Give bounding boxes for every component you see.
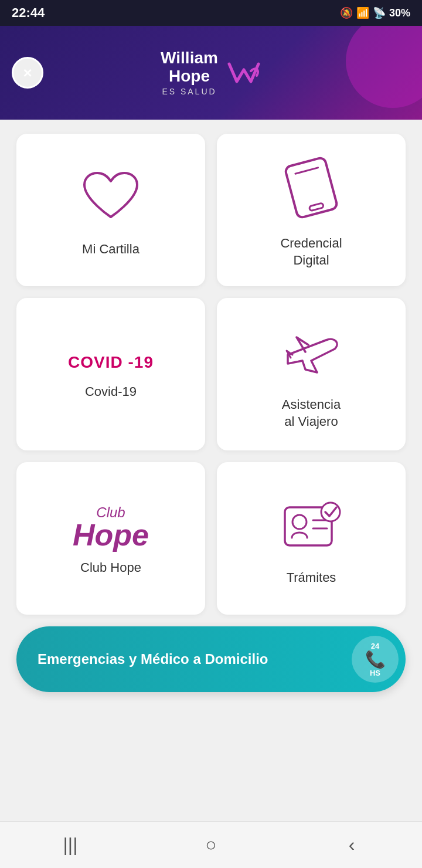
nav-back[interactable]: ‹	[334, 828, 369, 863]
phone-icon	[282, 155, 341, 222]
card-credencial-digital-label: CredencialDigital	[280, 235, 342, 269]
emergency-label: Emergencias y Médico a Domicilio	[38, 651, 268, 667]
nav-recent-apps[interactable]: |||	[53, 828, 88, 863]
status-icons: 🔕 📶 📡 30%	[340, 6, 410, 19]
svg-point-7	[321, 503, 340, 521]
card-mi-cartilla-label: Mi Cartilla	[82, 241, 139, 258]
svg-rect-0	[285, 157, 338, 219]
close-button[interactable]: ×	[12, 57, 43, 89]
card-asistencia-viajero[interactable]: Asistenciaal Viajero	[217, 298, 406, 450]
status-time: 22:44	[12, 5, 45, 21]
svg-rect-1	[309, 203, 324, 211]
header: × William Hope ES SALUD	[0, 26, 422, 120]
card-asistencia-viajero-label: Asistenciaal Viajero	[282, 396, 341, 430]
brand-logo: William Hope ES SALUD	[161, 49, 261, 96]
heart-icon	[79, 167, 143, 228]
svg-line-2	[295, 168, 318, 174]
wifi-icon: 📡	[373, 6, 386, 19]
club-hope-logo: Club Hope	[73, 506, 149, 550]
emergency-hours-unit: HS	[370, 669, 380, 677]
card-club-hope[interactable]: Club Hope Club Hope	[16, 462, 205, 615]
card-tramites-label: Trámites	[287, 569, 336, 586]
mute-icon: 🔕	[340, 6, 353, 19]
card-club-hope-label: Club Hope	[80, 560, 141, 577]
main-content: Mi Cartilla CredencialDigital COVID -19 …	[0, 120, 422, 706]
card-covid19-label: Covid-19	[85, 384, 137, 401]
emergency-hours: 24	[371, 642, 379, 650]
battery-text: 30%	[389, 7, 410, 19]
plane-icon	[276, 323, 346, 384]
card-tramites[interactable]: Trámites	[217, 462, 406, 615]
card-mi-cartilla[interactable]: Mi Cartilla	[16, 134, 205, 286]
header-decor	[346, 26, 422, 108]
brand-line2: Hope	[161, 67, 218, 86]
brand-text: William Hope ES SALUD	[161, 49, 218, 96]
status-bar: 22:44 🔕 📶 📡 30%	[0, 0, 422, 26]
emergency-button[interactable]: Emergencias y Médico a Domicilio 24 📞 HS	[16, 626, 406, 692]
brand-sub: ES SALUD	[161, 87, 218, 96]
card-covid19[interactable]: COVID -19 Covid-19	[16, 298, 205, 450]
cards-grid-row3: Club Hope Club Hope	[16, 462, 406, 615]
phone-call-icon: 📞	[365, 650, 386, 669]
covid-badge: COVID -19	[68, 353, 154, 372]
card-credencial-digital[interactable]: CredencialDigital	[217, 134, 406, 286]
brand-w-icon	[226, 58, 261, 87]
brand-line1: William	[161, 49, 218, 67]
bottom-nav: ||| ○ ‹	[0, 821, 422, 868]
cards-grid-row1: Mi Cartilla CredencialDigital	[16, 134, 406, 286]
sim-icon: 📶	[356, 6, 369, 19]
svg-point-4	[292, 515, 307, 529]
id-check-icon	[279, 496, 343, 557]
cards-grid-row2: COVID -19 Covid-19 Asistenciaal Viajero	[16, 298, 406, 450]
emergency-phone-circle: 24 📞 HS	[352, 636, 399, 683]
nav-home[interactable]: ○	[193, 828, 229, 863]
